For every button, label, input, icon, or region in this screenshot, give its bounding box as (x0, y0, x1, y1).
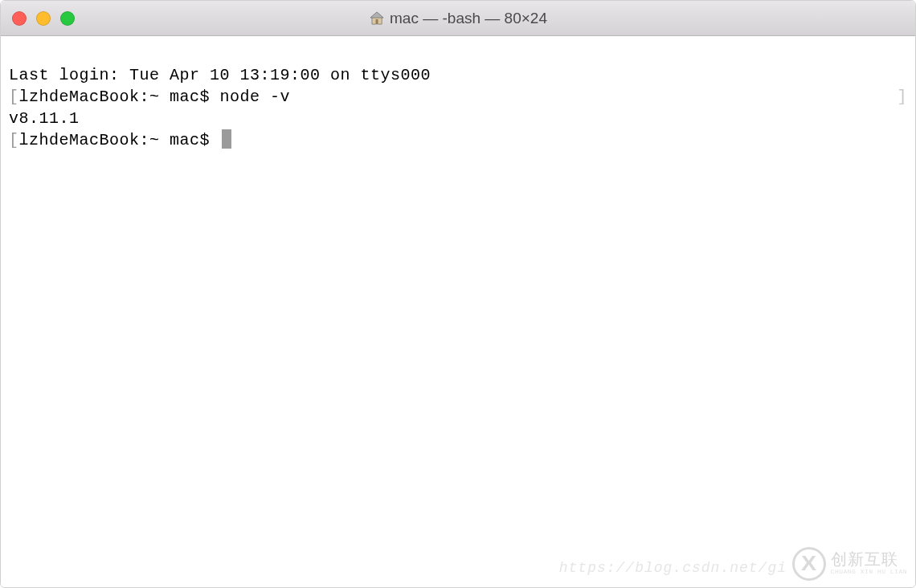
zoom-button[interactable] (60, 11, 75, 26)
prompt-command: node -v (220, 88, 291, 106)
home-icon (369, 10, 385, 27)
bracket-left: [ (9, 88, 19, 106)
logo-watermark: X 创新互联 CHUANG XIN HU LIAN (792, 547, 907, 581)
close-button[interactable] (12, 11, 27, 26)
terminal-content[interactable]: Last login: Tue Apr 10 13:19:00 on ttys0… (1, 36, 915, 587)
watermark-url: https://blog.csdn.net/gi (559, 558, 787, 578)
cursor (222, 129, 231, 149)
logo-text: 创新互联 CHUANG XIN HU LIAN (831, 553, 907, 575)
window-titlebar: mac — -bash — 80×24 (1, 1, 915, 36)
window-title-area: mac — -bash — 80×24 (369, 10, 547, 27)
logo-sub-text: CHUANG XIN HU LIAN (831, 569, 907, 575)
window-title: mac — -bash — 80×24 (390, 10, 547, 27)
prompt-host: lzhdeMacBook:~ mac$ (19, 88, 220, 106)
bracket-right: ] (897, 86, 907, 108)
prompt-host: lzhdeMacBook:~ mac$ (19, 131, 220, 149)
logo-main-text: 创新互联 (831, 553, 907, 569)
minimize-button[interactable] (36, 11, 51, 26)
logo-icon: X (792, 547, 826, 581)
traffic-lights (1, 11, 75, 26)
svg-rect-1 (376, 19, 378, 24)
bracket-left: [ (9, 131, 19, 149)
terminal-line-prompt2: [lzhdeMacBook:~ mac$ (9, 129, 907, 151)
terminal-line-prompt1: [lzhdeMacBook:~ mac$ node -v] (9, 86, 907, 108)
terminal-line-output: v8.11.1 (9, 108, 907, 129)
terminal-line-last-login: Last login: Tue Apr 10 13:19:00 on ttys0… (9, 64, 907, 86)
